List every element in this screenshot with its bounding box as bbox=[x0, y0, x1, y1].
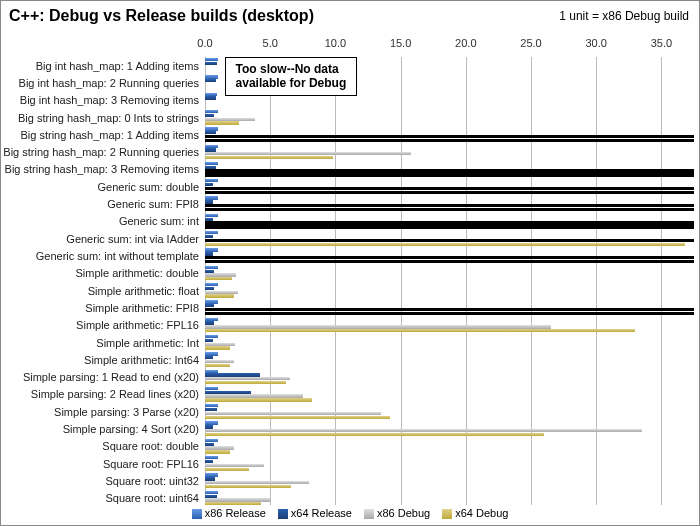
legend: x86 Releasex64 Releasex86 Debugx64 Debug bbox=[1, 507, 699, 523]
category-label: Simple arithmetic: double bbox=[1, 267, 205, 279]
chart-row: Simple arithmetic: float bbox=[1, 282, 693, 299]
chart-row: Generic sum: double bbox=[1, 178, 693, 195]
bar bbox=[205, 391, 251, 394]
chart-row: Simple parsing: 1 Read to end (x20) bbox=[1, 369, 693, 386]
bar bbox=[205, 62, 217, 65]
category-label: Generic sum: FPI8 bbox=[1, 198, 205, 210]
bar bbox=[205, 404, 218, 407]
bar bbox=[205, 239, 694, 242]
chart-row: Generic sum: FPI8 bbox=[1, 195, 693, 212]
bar-group bbox=[205, 195, 693, 212]
chart-row: Simple parsing: 2 Read lines (x20) bbox=[1, 386, 693, 403]
category-label: Big string hash_map: 1 Adding items bbox=[1, 129, 205, 141]
bar-group bbox=[205, 490, 693, 507]
category-label: Big string hash_map: 0 Ints to strings bbox=[1, 112, 205, 124]
bar bbox=[205, 187, 694, 190]
legend-swatch bbox=[442, 509, 452, 519]
category-label: Generic sum: int via IAdder bbox=[1, 233, 205, 245]
chart: C++: Debug vs Release builds (desktop) 1… bbox=[1, 1, 699, 525]
bar bbox=[205, 485, 291, 488]
bar bbox=[205, 318, 218, 321]
legend-label: x64 Debug bbox=[455, 507, 508, 519]
category-label: Generic sum: int bbox=[1, 215, 205, 227]
category-label: Simple parsing: 4 Sort (x20) bbox=[1, 423, 205, 435]
bar bbox=[205, 377, 290, 380]
category-label: Generic sum: int without template bbox=[1, 250, 205, 262]
bar bbox=[205, 421, 218, 424]
bar bbox=[205, 173, 694, 176]
bar bbox=[205, 156, 333, 159]
chart-row: Generic sum: int without template bbox=[1, 247, 693, 264]
bar-group bbox=[205, 369, 693, 386]
bar-group bbox=[205, 351, 693, 368]
tick-label: 25.0 bbox=[520, 37, 541, 49]
bar bbox=[205, 225, 694, 228]
bar bbox=[205, 287, 214, 290]
too-slow-annotation: Too slow--No dataavailable for Debug bbox=[225, 57, 358, 96]
bar-group bbox=[205, 386, 693, 403]
tick-label: 0.0 bbox=[197, 37, 212, 49]
bar-group bbox=[205, 299, 693, 316]
bar-group bbox=[205, 213, 693, 230]
bar bbox=[205, 135, 694, 138]
chart-row: Simple parsing: 3 Parse (x20) bbox=[1, 403, 693, 420]
legend-label: x64 Release bbox=[291, 507, 352, 519]
category-label: Simple arithmetic: Int bbox=[1, 337, 205, 349]
chart-row: Simple arithmetic: double bbox=[1, 265, 693, 282]
bar bbox=[205, 443, 214, 446]
bar bbox=[205, 260, 694, 263]
bar bbox=[205, 300, 218, 303]
bar-group bbox=[205, 438, 693, 455]
bar bbox=[205, 412, 381, 415]
bar bbox=[205, 291, 238, 294]
bar bbox=[205, 277, 232, 280]
bar bbox=[205, 312, 694, 315]
bar bbox=[205, 387, 218, 390]
chart-row: Generic sum: int via IAdder bbox=[1, 230, 693, 247]
tick-label: 10.0 bbox=[325, 37, 346, 49]
category-label: Big string hash_map: 2 Running queries bbox=[1, 146, 205, 158]
bar bbox=[205, 266, 218, 269]
legend-swatch bbox=[364, 509, 374, 519]
bar bbox=[205, 183, 213, 186]
bar bbox=[205, 495, 217, 498]
bar bbox=[205, 364, 230, 367]
bar-group bbox=[205, 247, 693, 264]
bar-group bbox=[205, 403, 693, 420]
tick-label: 35.0 bbox=[651, 37, 672, 49]
category-label: Simple parsing: 2 Read lines (x20) bbox=[1, 388, 205, 400]
bar-group bbox=[205, 420, 693, 437]
bar bbox=[205, 460, 213, 463]
bar bbox=[205, 252, 213, 255]
bar bbox=[205, 131, 216, 134]
bar bbox=[205, 96, 216, 99]
bar bbox=[205, 360, 234, 363]
category-label: Big string hash_map: 3 Removing items bbox=[1, 163, 205, 175]
bar-group bbox=[205, 317, 693, 334]
bar bbox=[205, 335, 218, 338]
bar-group bbox=[205, 230, 693, 247]
bar bbox=[205, 75, 218, 78]
tick-label: 5.0 bbox=[263, 37, 278, 49]
legend-swatch bbox=[278, 509, 288, 519]
bar bbox=[205, 273, 236, 276]
bar-group bbox=[205, 144, 693, 161]
bar bbox=[205, 343, 235, 346]
legend-item: x86 Release bbox=[192, 507, 266, 519]
bar bbox=[205, 114, 214, 117]
legend-item: x64 Debug bbox=[442, 507, 508, 519]
bar-group bbox=[205, 455, 693, 472]
chart-row: Generic sum: int bbox=[1, 213, 693, 230]
bar bbox=[205, 121, 239, 124]
category-label: Simple arithmetic: FPI8 bbox=[1, 302, 205, 314]
bar bbox=[205, 325, 551, 328]
bar-rows: Big int hash_map: 1 Adding itemsBig int … bbox=[1, 57, 693, 505]
category-label: Generic sum: double bbox=[1, 181, 205, 193]
legend-item: x64 Release bbox=[278, 507, 352, 519]
category-label: Simple arithmetic: float bbox=[1, 285, 205, 297]
bar bbox=[205, 166, 216, 169]
chart-row: Big string hash_map: 1 Adding items bbox=[1, 126, 693, 143]
chart-row: Big string hash_map: 3 Removing items bbox=[1, 161, 693, 178]
bar bbox=[205, 218, 213, 221]
bar bbox=[205, 370, 218, 373]
